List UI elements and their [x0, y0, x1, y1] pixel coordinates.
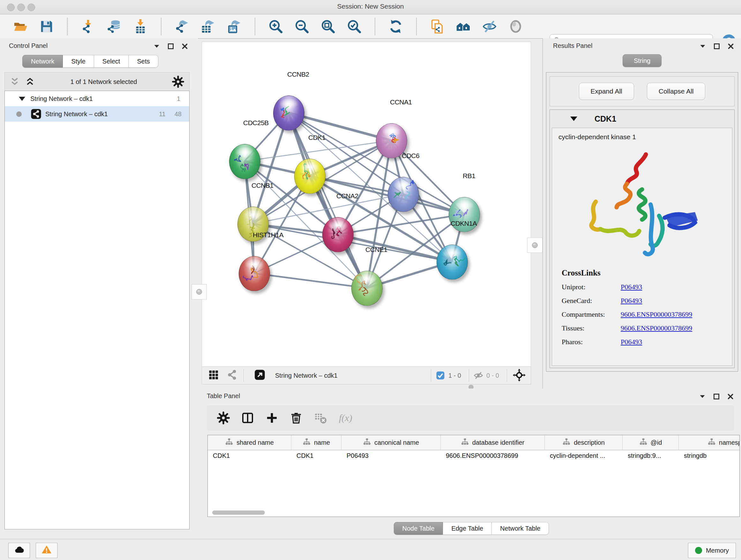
- toolbar-separator: [161, 18, 161, 35]
- crosslink-link[interactable]: 9606.ENSP00000378699: [621, 310, 692, 319]
- network-collection-row[interactable]: String Network – cdk1 1: [5, 91, 189, 106]
- close-panel-icon[interactable]: [726, 392, 735, 401]
- tab-style[interactable]: Style: [63, 55, 94, 68]
- export-image-icon[interactable]: [226, 19, 242, 34]
- float-panel-icon[interactable]: [713, 42, 721, 51]
- cell[interactable]: CDK1: [208, 450, 291, 463]
- tab-select[interactable]: Select: [94, 55, 129, 68]
- expand-all-button[interactable]: Expand All: [579, 83, 634, 100]
- node-CDC6[interactable]: CDC6: [388, 177, 418, 211]
- crosslink-row: Compartments:9606.ENSP00000378699: [562, 310, 692, 319]
- open-in-new-window-icon[interactable]: [254, 369, 267, 382]
- network-edges: [202, 42, 531, 367]
- tab-node-table[interactable]: Node Table: [394, 522, 443, 535]
- horizontal-scrollbar[interactable]: [212, 510, 265, 515]
- home-panel-icon[interactable]: [456, 19, 471, 34]
- hide-panels-icon[interactable]: [482, 19, 497, 34]
- open-file-icon[interactable]: [13, 19, 28, 34]
- table-settings-gear-icon[interactable]: [216, 410, 231, 426]
- export-network-icon[interactable]: [174, 19, 190, 34]
- cloud-button[interactable]: [8, 543, 30, 558]
- delete-column-icon[interactable]: [288, 410, 304, 426]
- crosslink-link[interactable]: P06493: [621, 283, 642, 291]
- cell[interactable]: stringdb:9...: [623, 450, 679, 463]
- cell[interactable]: cyclin-dependent ...: [545, 450, 623, 463]
- edge-count: 48: [175, 111, 182, 118]
- column-header-database-identifier[interactable]: database identifier: [441, 435, 545, 450]
- node-CCNB2[interactable]: CCNB2: [273, 96, 304, 130]
- edge-HIST1H1A-CCNE1[interactable]: [254, 273, 367, 288]
- tab-string[interactable]: String: [623, 54, 662, 67]
- gear-icon[interactable]: [172, 76, 184, 88]
- memory-button[interactable]: Memory: [688, 543, 736, 558]
- refresh-view-icon[interactable]: [388, 19, 403, 34]
- crosslink-link[interactable]: P06493: [621, 297, 642, 305]
- close-panel-icon[interactable]: [727, 42, 735, 51]
- left-splitter-handle[interactable]: [192, 284, 207, 300]
- share-view-icon[interactable]: [226, 369, 239, 382]
- dropdown-arrow-icon[interactable]: [698, 42, 707, 51]
- collapse-all-button[interactable]: Collapse All: [647, 83, 705, 100]
- zoom-out-icon[interactable]: [294, 19, 310, 34]
- cell[interactable]: CDK1: [291, 450, 341, 463]
- zoom-in-icon[interactable]: [268, 19, 283, 34]
- node-ball: [294, 159, 326, 194]
- cell[interactable]: P06493: [341, 450, 441, 463]
- show-columns-icon[interactable]: [240, 410, 255, 426]
- network-canvas[interactable]: CCNB2CCNA1CDC25BCDK1CDC6RB1CCNB1CCNA2CDK…: [202, 42, 531, 367]
- save-session-icon[interactable]: [39, 19, 54, 34]
- dropdown-arrow-icon[interactable]: [698, 392, 706, 401]
- selected-checkbox-icon[interactable]: [435, 371, 445, 380]
- edge-CCNB2-CCNE1[interactable]: [288, 113, 367, 288]
- tab-edge-table[interactable]: Edge Table: [443, 522, 492, 535]
- zoom-fit-icon[interactable]: [320, 19, 336, 34]
- node-HIST1H1A[interactable]: HIST1H1A: [239, 256, 269, 291]
- float-panel-icon[interactable]: [712, 392, 721, 401]
- import-table-file-icon[interactable]: [133, 19, 148, 34]
- node-label: CCNE1: [365, 246, 387, 253]
- table-row[interactable]: CDK1CDK1P064939606.ENSP00000378699cyclin…: [208, 450, 740, 463]
- node-CDKN1A[interactable]: CDKN1A: [436, 245, 467, 279]
- clone-network-icon[interactable]: [429, 19, 445, 34]
- birdseye-crosshair-icon[interactable]: [513, 369, 526, 382]
- section-collapse-triangle-icon[interactable]: [570, 117, 577, 121]
- column-header--id[interactable]: @id: [623, 435, 679, 450]
- warning-button[interactable]: [36, 543, 57, 558]
- export-table-icon[interactable]: [200, 19, 216, 34]
- column-header-description[interactable]: description: [545, 435, 623, 450]
- import-network-file-icon[interactable]: [80, 19, 96, 34]
- tab-network-table[interactable]: Network Table: [492, 522, 549, 535]
- collapse-triangle-icon[interactable]: [19, 97, 25, 101]
- column-header-namespace[interactable]: namespace: [679, 435, 740, 450]
- crosslink-link[interactable]: P06493: [621, 338, 642, 346]
- dropdown-arrow-icon[interactable]: [152, 42, 161, 51]
- hidden-eye-icon[interactable]: [474, 371, 483, 380]
- tab-sets[interactable]: Sets: [129, 55, 158, 68]
- right-splitter-handle[interactable]: [527, 238, 542, 253]
- node-CCNE1[interactable]: CCNE1: [351, 271, 382, 305]
- cell[interactable]: 9606.ENSP00000378699: [441, 450, 545, 463]
- zoom-selected-icon[interactable]: [347, 19, 362, 34]
- grid-view-icon[interactable]: [208, 369, 220, 382]
- crosslink-link[interactable]: 9606.ENSP00000378699: [621, 324, 692, 332]
- node-CDC25B[interactable]: CDC25B: [229, 144, 260, 179]
- network-row[interactable]: String Network – cdk1 11 48: [5, 106, 189, 122]
- import-network-database-icon[interactable]: [107, 19, 122, 34]
- column-header-shared-name[interactable]: shared name: [208, 435, 291, 450]
- node-CDK1[interactable]: CDK1: [294, 159, 325, 193]
- node-label: CCNA1: [390, 98, 412, 106]
- float-panel-icon[interactable]: [166, 42, 175, 51]
- column-header-canonical-name[interactable]: canonical name: [341, 435, 441, 450]
- expand-all-icon[interactable]: [24, 76, 36, 87]
- collapse-all-icon[interactable]: [9, 76, 20, 87]
- cell[interactable]: stringdb: [679, 450, 740, 463]
- column-type-icon: [225, 438, 233, 448]
- tab-network[interactable]: Network: [22, 55, 63, 68]
- column-header-name[interactable]: name: [291, 435, 341, 450]
- application-window: Session: New Session ? Control Panel Net…: [0, 0, 741, 560]
- node-section-header[interactable]: CDK1: [550, 110, 734, 128]
- close-panel-icon[interactable]: [181, 42, 189, 51]
- create-column-icon[interactable]: [264, 410, 280, 426]
- show-panels-icon[interactable]: [508, 19, 523, 34]
- node-CCNA2[interactable]: CCNA2: [322, 217, 353, 252]
